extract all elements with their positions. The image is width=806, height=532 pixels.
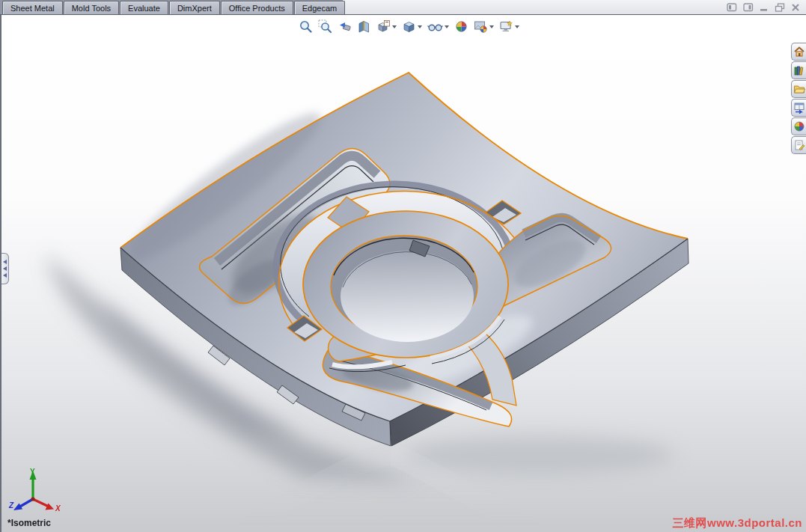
command-tab-edgecam[interactable]: Edgecam — [294, 1, 345, 14]
minimize-icon[interactable] — [760, 3, 769, 12]
solidworks-window: { "command_tabs": { "items": [ {"label":… — [0, 0, 806, 532]
hide-show-items-button[interactable] — [427, 19, 450, 34]
file-explorer-tab[interactable] — [791, 80, 806, 98]
chevron-left-icon — [3, 266, 7, 271]
watermark-text: 三维网www.3dportal.cn — [673, 516, 802, 531]
dropdown-arrow[interactable] — [515, 25, 519, 28]
view-orientation-button[interactable] — [376, 19, 397, 34]
command-tab-dimxpert[interactable]: DimXpert — [169, 1, 220, 14]
graphics-area[interactable] — [1, 15, 806, 532]
window-controls — [727, 3, 800, 12]
folder-icon — [793, 83, 805, 95]
task-pane-tabstrip — [791, 43, 806, 154]
appearance-ball-icon — [454, 19, 468, 34]
previous-view-icon — [338, 19, 352, 34]
dropdown-arrow[interactable] — [392, 25, 397, 28]
chevron-left-icon — [3, 273, 7, 278]
dropdown-arrow[interactable] — [489, 25, 494, 28]
triad-z-label: Z — [8, 501, 14, 510]
triad-y-label: Y — [30, 468, 35, 476]
apply-scene-button[interactable] — [473, 19, 495, 34]
zoom-to-fit-button[interactable] — [298, 19, 314, 34]
model-viewport[interactable]: Y Z X *Isometric 三维网www.3dportal.cn — [0, 15, 806, 532]
reference-triad: Y Z X — [6, 466, 63, 513]
command-tab-sheet-metal[interactable]: Sheet Metal — [2, 1, 63, 14]
view-orientation-icon — [376, 19, 391, 34]
custom-properties-tab[interactable] — [791, 136, 806, 154]
view-orientation-label: *Isometric — [7, 518, 51, 528]
appearances-scenes-tab[interactable] — [791, 117, 806, 135]
apply-scene-icon — [474, 19, 488, 34]
section-view-button[interactable] — [356, 19, 372, 34]
appearances-ball-icon — [793, 120, 805, 132]
display-style-button[interactable] — [401, 19, 423, 34]
home-icon — [793, 46, 805, 58]
zoom-to-area-button[interactable] — [317, 19, 333, 34]
document-pencil-icon — [793, 139, 805, 151]
feature-tree-collapse-handle[interactable] — [1, 253, 9, 284]
zoom-to-fit-icon — [299, 19, 313, 34]
view-palette-icon — [793, 102, 805, 114]
close-icon[interactable] — [791, 3, 800, 12]
tab-label: Edgecam — [302, 4, 337, 13]
zoom-to-area-icon — [318, 19, 332, 34]
tab-label: Sheet Metal — [10, 4, 55, 13]
command-tab-evaluate[interactable]: Evaluate — [120, 1, 168, 14]
design-library-tab[interactable] — [791, 61, 806, 79]
command-manager-tabstrip: Sheet Metal Mold Tools Evaluate DimXpert… — [0, 0, 343, 14]
tab-label: DimXpert — [177, 4, 212, 13]
tab-label: Office Products — [229, 4, 285, 13]
toggle-right-pane-icon[interactable] — [743, 3, 754, 12]
section-view-icon — [357, 19, 371, 34]
previous-view-button[interactable] — [337, 19, 352, 34]
view-settings-button[interactable] — [498, 19, 520, 34]
view-palette-tab[interactable] — [791, 99, 806, 117]
view-settings-icon — [499, 19, 513, 34]
command-tab-mold-tools[interactable]: Mold Tools — [64, 1, 119, 14]
tab-label: Evaluate — [128, 4, 160, 13]
restore-icon[interactable] — [775, 3, 785, 12]
command-tab-office-products[interactable]: Office Products — [221, 1, 293, 14]
triad-x-label: X — [55, 504, 61, 513]
edit-appearance-button[interactable] — [454, 19, 469, 34]
heads-up-view-toolbar — [298, 19, 520, 34]
dropdown-arrow[interactable] — [418, 25, 422, 28]
chevron-left-icon — [3, 260, 7, 264]
books-icon — [793, 64, 805, 76]
toggle-left-pane-icon[interactable] — [727, 3, 737, 12]
title-bar: Sheet Metal Mold Tools Evaluate DimXpert… — [0, 0, 806, 15]
dropdown-arrow[interactable] — [445, 25, 449, 28]
tab-label: Mold Tools — [72, 4, 111, 13]
display-style-icon — [402, 19, 416, 34]
eyeglasses-icon — [427, 19, 443, 34]
solidworks-resources-tab[interactable] — [791, 43, 806, 61]
